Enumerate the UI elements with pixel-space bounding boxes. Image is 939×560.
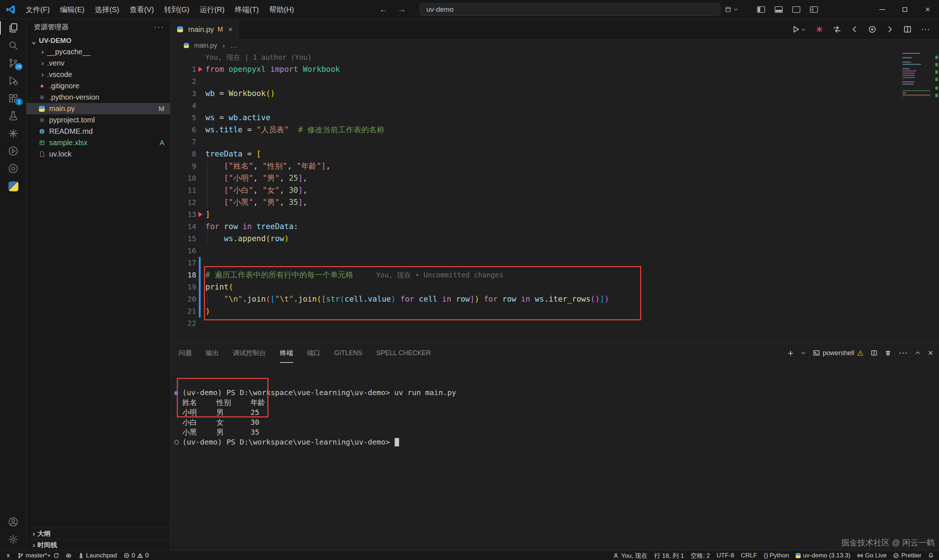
git-branch-item[interactable]: master*+	[14, 551, 62, 560]
tree-folder-.venv[interactable]: ›.venv	[26, 57, 170, 69]
code-line-15[interactable]: 15 ws.append(row)	[171, 233, 939, 245]
terminal-instance[interactable]: powershell	[813, 349, 863, 357]
gitlens-icon[interactable]	[0, 125, 26, 142]
back-arrow-icon[interactable]: ←	[376, 3, 391, 16]
menu-编辑(E)[interactable]: 编辑(E)	[55, 3, 90, 16]
tree-folder-.vscode[interactable]: ›.vscode	[26, 69, 170, 80]
tree-file-README.md[interactable]: README.md	[26, 126, 170, 137]
code-line-8[interactable]: 8treeData = [	[171, 148, 939, 160]
run-below-icon[interactable]	[886, 25, 894, 33]
new-window-icon[interactable]	[725, 6, 731, 13]
search-icon[interactable]	[0, 37, 26, 54]
menu-查看(V)[interactable]: 查看(V)	[124, 3, 159, 16]
code-line-2[interactable]: 2	[171, 75, 939, 88]
testing-icon[interactable]	[0, 107, 26, 125]
close-panel-icon[interactable]: ×	[928, 348, 933, 358]
code-line-10[interactable]: 10 ["小明", "男", 25],	[171, 172, 939, 185]
panel-tab-SPELL CHECKER[interactable]: SPELL CHECKER	[376, 343, 431, 363]
code-line-22[interactable]: 22	[171, 317, 939, 329]
outline-section[interactable]: › 大纲	[26, 528, 170, 539]
code-line-12[interactable]: 12 ["小黑", "男", 35],	[171, 197, 939, 209]
language-mode[interactable]: { } Python	[760, 551, 792, 560]
explorer-more-actions-icon[interactable]: ···	[154, 22, 164, 32]
account-icon[interactable]	[0, 513, 26, 531]
cursor-position[interactable]: 行 18, 列 1	[651, 551, 687, 560]
new-terminal-icon[interactable]: +	[788, 348, 793, 359]
settings-gear-icon[interactable]	[0, 531, 26, 548]
problems-item[interactable]: 0 0	[120, 551, 152, 560]
customize-layout-icon[interactable]	[810, 6, 818, 13]
minimap[interactable]	[902, 53, 933, 101]
terminal-dropdown-icon[interactable]	[801, 350, 806, 355]
go-live[interactable]: Go Live	[854, 551, 890, 560]
extension-action-icon[interactable]	[816, 25, 823, 33]
breadcrumb[interactable]: main.py › …	[171, 40, 939, 51]
menu-运行(R)[interactable]: 运行(R)	[194, 3, 230, 16]
tab-main-py[interactable]: main.py M ×	[171, 19, 239, 40]
command-center-search[interactable]: uv-demo	[419, 3, 720, 16]
timeline-section[interactable]: › 时间线	[26, 539, 170, 551]
code-line-9[interactable]: 9 ["姓名", "性别", "年龄"],	[171, 160, 939, 172]
code-line-17[interactable]: 17	[171, 257, 939, 269]
toggle-panel-icon[interactable]	[775, 6, 783, 13]
gitlens-blame-toggle[interactable]	[62, 551, 75, 560]
indentation[interactable]: 空格: 2	[688, 551, 714, 560]
menu-转到(G)[interactable]: 转到(G)	[159, 3, 195, 16]
project-root-folder[interactable]: ⌄ UV-DEMO	[26, 35, 170, 46]
close-tab-icon[interactable]: ×	[228, 25, 233, 34]
gitlens-current-blame[interactable]: You, 现在	[610, 551, 651, 560]
code-runner-icon[interactable]	[0, 142, 26, 160]
maximize-panel-icon[interactable]	[915, 350, 920, 356]
panel-tab-问题[interactable]: 问题	[179, 343, 192, 363]
code-line-3[interactable]: 3wb = Workbook()	[171, 88, 939, 100]
minimize-button[interactable]: ─	[871, 0, 894, 19]
python-interpreter[interactable]: uv-demo (3.13.3)	[792, 551, 854, 560]
panel-tab-GITLENS[interactable]: GITLENS	[334, 343, 362, 363]
tree-file-main.py[interactable]: main.pyM	[26, 103, 170, 114]
live-share-icon[interactable]	[0, 160, 26, 177]
eol-sequence[interactable]: CRLF	[738, 551, 760, 560]
toggle-sidebar-icon[interactable]	[757, 6, 765, 13]
compare-changes-icon[interactable]	[833, 25, 841, 33]
panel-tab-输出[interactable]: 输出	[206, 343, 219, 363]
panel-tab-端口[interactable]: 端口	[307, 343, 320, 363]
tree-file-uv.lock[interactable]: uv.lock	[26, 148, 170, 160]
run-python-file-button[interactable]	[792, 25, 806, 33]
code-line-7[interactable]: 7	[171, 136, 939, 148]
tree-folder-__pycache__[interactable]: ›__pycache__	[26, 46, 170, 57]
menu-选择(S)[interactable]: 选择(S)	[89, 3, 124, 16]
run-debug-icon[interactable]	[0, 72, 26, 89]
toggle-secondary-sidebar-icon[interactable]	[792, 6, 800, 13]
code-line-20[interactable]: 20 "\n".join(["\t".join([str(cell.value)…	[171, 293, 939, 305]
code-line-16[interactable]: 16	[171, 245, 939, 257]
maximize-button[interactable]	[894, 0, 916, 19]
tree-file-pyproject.toml[interactable]: pyproject.toml	[26, 114, 170, 126]
chevron-down-icon[interactable]	[733, 6, 739, 12]
extensions-icon[interactable]: 1	[0, 89, 26, 107]
forward-arrow-icon[interactable]: →	[395, 3, 409, 16]
overview-ruler[interactable]	[935, 51, 938, 343]
code-line-13[interactable]: 13]	[171, 209, 939, 221]
code-line-14[interactable]: 14for row in treeData:	[171, 221, 939, 233]
panel-tab-终端[interactable]: 终端	[280, 343, 293, 363]
run-cell-icon[interactable]	[868, 25, 876, 33]
code-line-11[interactable]: 11 ["小白", "女", 30],	[171, 185, 939, 197]
code-line-5[interactable]: 5ws = wb.active	[171, 112, 939, 124]
tree-file-.python-version[interactable]: .python-version	[26, 92, 170, 103]
python-extension-icon[interactable]	[0, 177, 26, 195]
code-line-1[interactable]: 1from openpyxl import Workbook	[171, 63, 939, 75]
launchpad-item[interactable]: Launchpad	[75, 551, 120, 560]
menu-帮助(H)[interactable]: 帮助(H)	[264, 3, 299, 16]
tree-file-sample.xlsx[interactable]: sample.xlsxA	[26, 137, 170, 148]
terminal[interactable]: (uv-demo) PS D:\workspace\vue-learning\u…	[174, 368, 456, 467]
notifications-bell-icon[interactable]	[925, 551, 939, 560]
prettier-status[interactable]: Prettier	[890, 551, 925, 560]
split-editor-icon[interactable]	[904, 25, 911, 33]
encoding[interactable]: UTF-8	[714, 551, 738, 560]
menu-终端(T)[interactable]: 终端(T)	[230, 3, 264, 16]
explorer-icon[interactable]	[0, 19, 26, 37]
kill-terminal-icon[interactable]	[885, 350, 891, 356]
run-above-icon[interactable]	[851, 25, 859, 33]
menu-文件(F)[interactable]: 文件(F)	[20, 3, 55, 16]
close-button[interactable]: ×	[916, 0, 939, 19]
